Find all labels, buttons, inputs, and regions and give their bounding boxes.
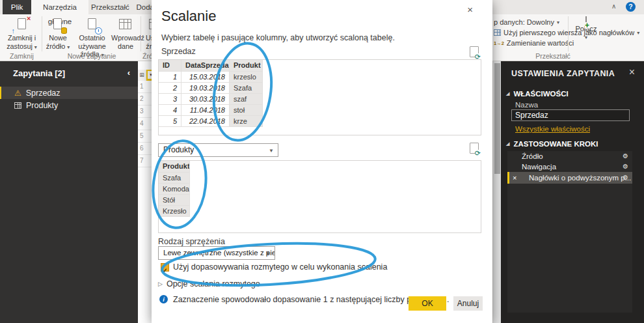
fuzzy-matching-label: Użyj dopasowywania rozmytego w celu wyko… [173,262,387,272]
enter-data-button[interactable]: Wprowadź dane [111,16,140,53]
table-row[interactable]: Krzesło [159,206,481,217]
data-type-label: p danych: Dowolny [494,18,554,26]
fuzzy-options-expander[interactable]: ▷ Opcje scalania rozmytego [158,279,260,288]
enter-data-label: Wprowadź dane [111,34,144,50]
delete-step-icon[interactable]: × [513,172,517,184]
data-type-dropdown[interactable]: p danych: Dowolny ▾ [494,18,559,27]
fuzzy-matching-checkbox[interactable]: ✓ [161,263,169,272]
query-name: Sprzedaz [26,89,60,98]
applied-steps-section-header[interactable]: ◢ ZASTOSOWANE KROKI [506,140,598,148]
info-icon: i [159,295,168,303]
gear-icon[interactable]: ⚙ [623,151,628,162]
group-label-new-query: Nowe zapytanie [44,52,140,60]
step-label: Nawigacja [522,163,556,171]
warning-icon: ⚠ [14,89,21,97]
chevron-down-icon: ▼ [269,145,274,157]
help-icon[interactable]: ? [626,2,636,12]
table1-preview: ID DataSprzedazy Produkt 1 15.03.2018 kr… [158,59,481,135]
refresh-preview-icon[interactable]: ⟳ [470,46,479,57]
collapse-ribbon-icon[interactable]: ∧ [611,3,616,10]
group-separator [568,16,569,51]
dialog-subtitle: Wybierz tabelę i pasujące kolumny, aby u… [161,33,395,42]
recent-sources-button[interactable]: Ostatnio używane źródła ▾ [74,16,111,53]
combine-icon: + [585,16,587,25]
collapse-pane-icon[interactable]: ‹ [127,68,130,77]
grid-vertical-scrollbar[interactable] [492,61,501,323]
join-kind-value: Lewe zewnętrzne (wszystkie z pierwszej, … [163,249,275,257]
gear-icon[interactable]: ⚙ [623,172,628,184]
scrollbar-thumb[interactable] [494,63,500,174]
column-header-selected[interactable]: Produkt [230,60,263,72]
table-row[interactable]: 3 30.03.2018 szaf [159,94,481,105]
second-table-value: Produkty [163,145,194,154]
join-kind-dropdown[interactable]: Lewe zewnętrzne (wszystkie z pierwszej, … [158,246,275,260]
properties-section-header[interactable]: ◢ WŁAŚCIWOŚCI [506,90,569,98]
chevron-down-icon: ▾ [637,30,639,36]
second-table-dropdown[interactable]: Produkty ▼ [158,143,278,157]
all-properties-link[interactable]: Wszystkie właściwości [515,125,590,133]
use-first-row-headers-button[interactable]: Użyj pierwszego wiersza jako nagłówków ▾ [494,28,639,37]
table-row[interactable]: 2 19.03.2018 Szafa [159,83,481,94]
table-row[interactable]: Szafa [159,173,481,184]
new-source-label: Nowe źródło [46,34,67,50]
ok-button[interactable]: OK [409,296,446,311]
column-header-selected[interactable]: Produkt [159,161,190,173]
step-zrodlo[interactable]: Źródło ⚙ [507,151,632,162]
merge-dialog: × Scalanie Wybierz tabelę i pasujące kol… [152,0,492,323]
close-dialog-icon[interactable]: × [467,4,473,15]
new-source-button[interactable]: Nowe źródło ▾ [44,16,72,53]
column-header[interactable]: DataSprzedazy [181,60,230,72]
step-naglowki-selected[interactable]: × Nagłówki o podwyższonym p... ⚙ [507,172,632,184]
sidebar-item-sprzedaz[interactable]: ⚠ Sprzedaz [0,87,138,99]
combine-button[interactable]: + Połącz ▾ [571,17,601,40]
step-label: Nagłówki o podwyższonym p... [522,174,631,182]
dialog-title: Scalanie [161,8,216,25]
properties-header-label: WŁAŚCIWOŚCI [513,90,568,98]
queries-sidebar: Zapytania [2] ‹ ⚠ Sprzedaz Produkty [0,61,138,323]
table-row[interactable]: 1 15.03.2018 krzeslo [159,72,481,83]
table-row[interactable]: 4 11.04.2018 stoł [159,105,481,116]
close-panel-icon[interactable]: × [629,66,635,78]
fuzzy-options-label: Opcje scalania rozmytego [167,279,260,288]
applied-steps-header-label: ZASTOSOWANE KROKI [513,140,598,148]
applied-steps-list: Źródło ⚙ Nawigacja ⚙ × Nagłówki o podwyż… [507,151,632,313]
tab-home-active[interactable]: Narzędzia główne [31,0,88,14]
group-label-close: Zamknij [4,52,40,60]
replace-values-button[interactable]: 1→2 Zamienianie wartości [494,38,574,48]
tab-file[interactable]: Plik [3,0,31,14]
close-and-apply-button[interactable]: ×↑ Zamknij i zastosuj ▾ [4,16,40,53]
first-row-headers-label: Użyj pierwszego wiersza jako nagłówków [503,29,634,36]
table2-preview: Produkt Szafa Komoda Stół Krzesło [158,160,481,233]
sidebar-item-produkty[interactable]: Produkty [0,99,138,111]
join-kind-label: Rodzaj sprzężenia [158,237,225,246]
query-name: Produkty [26,101,58,110]
group-separator [141,16,141,51]
table2-header-row: Produkt [159,161,481,173]
checkmark-icon: ✓ [162,267,167,274]
tab-transform[interactable]: Przekształć [91,0,127,14]
expanded-triangle-icon: ◢ [506,91,509,96]
grid-corner-button[interactable]: ⊞ [138,70,146,81]
step-nawigacja[interactable]: Nawigacja ⚙ [507,162,632,172]
column-header[interactable]: ID [159,60,181,72]
chevron-down-icon: ▾ [67,44,70,50]
chevron-down-icon: ▼ [265,247,271,260]
recent-sources-icon [85,17,100,33]
cancel-button[interactable]: Anuluj [453,296,483,311]
table-row[interactable]: Komoda [159,184,481,195]
table-row[interactable]: 5 22.04.2018 krze [159,116,481,127]
replace-values-icon: 1→2 [494,40,504,46]
queries-pane-title: Zapytania [2] [13,68,65,78]
table-row[interactable]: Stół [159,195,481,206]
refresh-preview-icon[interactable]: ⟳ [470,143,479,154]
query-name-input[interactable] [511,109,630,121]
power-query-editor-window: Plik Narzędzia główne Przekształć Dodaj … [0,0,644,323]
panel-title: USTAWIENIA ZAPYTANIA [511,69,615,78]
new-source-icon [50,17,66,33]
table1-label: Sprzedaz [161,47,196,56]
query-settings-panel: USTAWIENIA ZAPYTANIA × ◢ WŁAŚCIWOŚCI Naz… [501,61,644,323]
chevron-down-icon: ▾ [585,35,587,40]
group-label-transform: Przekształć [520,52,585,60]
gear-icon[interactable]: ⚙ [623,162,628,172]
chevron-down-icon: ▾ [34,44,37,50]
